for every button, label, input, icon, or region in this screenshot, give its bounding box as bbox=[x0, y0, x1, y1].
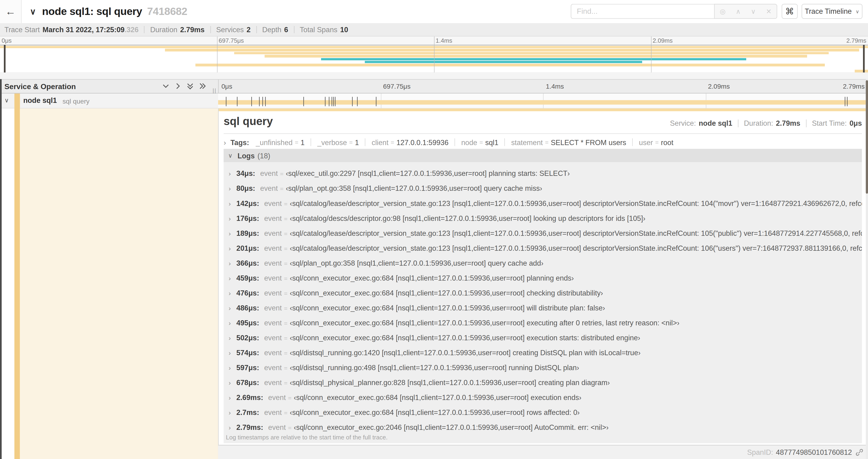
log-field-key: event bbox=[264, 274, 282, 282]
chevron-right-icon[interactable]: › bbox=[229, 394, 231, 401]
minimap-tick-label: 2.79ms bbox=[846, 37, 866, 44]
log-row[interactable]: ›142μs:event=‹sql/catalog/lease/descript… bbox=[223, 196, 862, 211]
chevron-right-icon[interactable]: › bbox=[229, 214, 231, 222]
chevron-right-icon[interactable]: › bbox=[229, 259, 231, 267]
tag-key: client bbox=[372, 138, 389, 146]
divider bbox=[256, 26, 257, 33]
view-selector-button[interactable]: Trace Timeline ∨ bbox=[802, 4, 862, 19]
divider bbox=[806, 119, 806, 127]
log-row[interactable]: ›459μs:event=‹sql/conn_executor_exec.go:… bbox=[223, 270, 862, 286]
chevron-right-icon[interactable]: › bbox=[229, 199, 231, 207]
log-row[interactable]: ›502μs:event=‹sql/conn_executor_exec.go:… bbox=[223, 330, 862, 345]
log-row[interactable]: ›2.7ms:event=‹sql/conn_executor_exec.go:… bbox=[223, 405, 862, 420]
log-row[interactable]: ›495μs:event=‹sql/conn_executor_exec.go:… bbox=[223, 315, 862, 330]
span-row-service[interactable]: ∨ node sql1 sql query bbox=[0, 94, 218, 108]
clear-search-icon[interactable]: ✕ bbox=[766, 8, 772, 14]
divider bbox=[738, 119, 738, 127]
chevron-right-icon[interactable]: › bbox=[229, 424, 231, 431]
chevron-right-icon[interactable]: › bbox=[229, 364, 231, 371]
minimap-left-scrubber[interactable] bbox=[4, 45, 6, 73]
minimap-right-scrubber[interactable] bbox=[863, 45, 865, 73]
chevron-down-icon[interactable]: ∨ bbox=[4, 97, 9, 104]
log-tick-mark bbox=[352, 97, 352, 106]
deep-link-icon[interactable] bbox=[856, 449, 863, 456]
log-row[interactable]: ›486μs:event=‹sql/conn_executor_exec.go:… bbox=[223, 300, 862, 315]
divider bbox=[504, 138, 505, 146]
log-row[interactable]: ›201μs:event=‹sql/catalog/lease/descript… bbox=[223, 241, 862, 256]
column-resizer-grip[interactable]: || bbox=[213, 88, 217, 94]
tag-equals: = bbox=[545, 139, 549, 145]
span-row-bar-area[interactable] bbox=[218, 94, 868, 108]
minimap-tick-label: 1.4ms bbox=[436, 37, 452, 44]
chevron-right-icon[interactable]: › bbox=[229, 304, 231, 312]
collapse-all-icon[interactable] bbox=[187, 82, 194, 90]
log-equals: = bbox=[284, 320, 287, 326]
tag-equals: = bbox=[655, 139, 659, 145]
chevron-right-icon[interactable]: › bbox=[229, 408, 231, 416]
timeline-ruler: 0μs 697.75μs 1.4ms 2.09ms 2.79ms bbox=[218, 79, 868, 94]
chevron-right-icon[interactable]: › bbox=[229, 229, 231, 237]
locate-icon[interactable]: ◎ bbox=[720, 8, 726, 14]
vertical-scrollbar-thumb[interactable] bbox=[865, 80, 868, 194]
log-row[interactable]: ›366μs:event=‹sql/plan_opt.go:358 [nsql1… bbox=[223, 256, 862, 270]
log-timestamp: 574μs: bbox=[236, 349, 259, 357]
minimap-span-bar bbox=[195, 64, 825, 66]
log-row[interactable]: ›80μs:event=‹sql/plan_opt.go:358 [nsql1,… bbox=[223, 181, 862, 196]
span-tree-offset[interactable] bbox=[20, 108, 218, 459]
chevron-right-icon[interactable]: › bbox=[229, 170, 231, 177]
log-row[interactable]: ›2.69ms:event=‹sql/conn_executor_exec.go… bbox=[223, 390, 862, 405]
span-duration-bar[interactable] bbox=[218, 100, 868, 104]
log-value: ‹sql/conn_executor_exec.go:684 [nsql1,cl… bbox=[290, 334, 640, 342]
chevron-right-icon[interactable]: › bbox=[229, 289, 231, 297]
next-result-icon[interactable]: ∨ bbox=[751, 8, 756, 14]
log-row[interactable]: ›34μs:event=‹sql/exec_util.go:2297 [nsql… bbox=[223, 166, 862, 181]
trace-collapse-toggle[interactable]: ∨ bbox=[30, 0, 36, 23]
tag-equals: = bbox=[349, 139, 352, 145]
log-field-key: event bbox=[260, 184, 278, 193]
log-tick-mark bbox=[845, 97, 845, 106]
chevron-right-icon[interactable]: › bbox=[229, 334, 231, 342]
log-row[interactable]: ›678μs:event=‹sql/distsql_physical_plann… bbox=[223, 375, 862, 390]
collapse-one-icon[interactable] bbox=[162, 82, 169, 90]
log-row[interactable]: ›189μs:event=‹sql/catalog/lease/descript… bbox=[223, 226, 862, 241]
tag-value: root bbox=[661, 138, 673, 146]
log-equals: = bbox=[284, 200, 287, 207]
log-equals: = bbox=[284, 230, 287, 236]
log-equals: = bbox=[284, 245, 287, 252]
minimap-gridline bbox=[434, 37, 434, 72]
back-button[interactable]: ← bbox=[0, 0, 22, 23]
minimap-gridline bbox=[217, 37, 217, 72]
log-row[interactable]: ›574μs:event=‹sql/distsql_running.go:142… bbox=[223, 345, 862, 360]
logs-header[interactable]: ∨ Logs (18) bbox=[223, 149, 862, 162]
divider bbox=[365, 138, 365, 146]
log-row[interactable]: ›597μs:event=‹sql/distsql_running.go:498… bbox=[223, 360, 862, 375]
prev-result-icon[interactable]: ∧ bbox=[736, 8, 741, 14]
chevron-right-icon[interactable]: › bbox=[229, 379, 231, 387]
log-timestamp: 2.79ms: bbox=[236, 423, 263, 432]
keyboard-shortcuts-button[interactable]: ⌘ bbox=[782, 4, 798, 19]
log-field-key: event bbox=[264, 334, 282, 342]
log-value: ‹sql/catalog/descs/descriptor.go:98 [nsq… bbox=[290, 214, 645, 223]
divider bbox=[311, 138, 311, 146]
log-value: ‹sql/conn_executor_exec.go:2046 [nsql1,c… bbox=[294, 423, 609, 432]
expand-one-icon[interactable] bbox=[174, 82, 182, 90]
chevron-right-icon[interactable]: › bbox=[229, 274, 231, 282]
detail-meta-label: Service: bbox=[670, 119, 696, 127]
log-tick-mark bbox=[334, 97, 334, 106]
service-color-strip bbox=[14, 108, 20, 459]
chevron-right-icon[interactable]: › bbox=[229, 244, 231, 252]
log-row[interactable]: ›176μs:event=‹sql/catalog/descs/descript… bbox=[223, 211, 862, 226]
trace-stat-label: Services bbox=[216, 25, 244, 34]
chevron-right-icon[interactable]: › bbox=[229, 349, 231, 357]
chevron-right-icon[interactable]: › bbox=[229, 185, 231, 192]
chevron-right-icon[interactable]: › bbox=[229, 319, 231, 327]
log-row[interactable]: ›476μs:event=‹sql/conn_executor_exec.go:… bbox=[223, 286, 862, 300]
tags-row[interactable]: ›Tags:_unfinished=1_verbose=1client=127.… bbox=[223, 137, 862, 147]
span-detail-title: sql query bbox=[223, 115, 273, 128]
find-input[interactable] bbox=[571, 4, 715, 19]
logs-count: (18) bbox=[257, 151, 270, 160]
log-field-key: event bbox=[268, 393, 286, 402]
log-field-key: event bbox=[264, 304, 282, 312]
log-row[interactable]: ›2.79ms:event=‹sql/conn_executor_exec.go… bbox=[223, 420, 862, 435]
expand-all-icon[interactable] bbox=[199, 82, 206, 90]
